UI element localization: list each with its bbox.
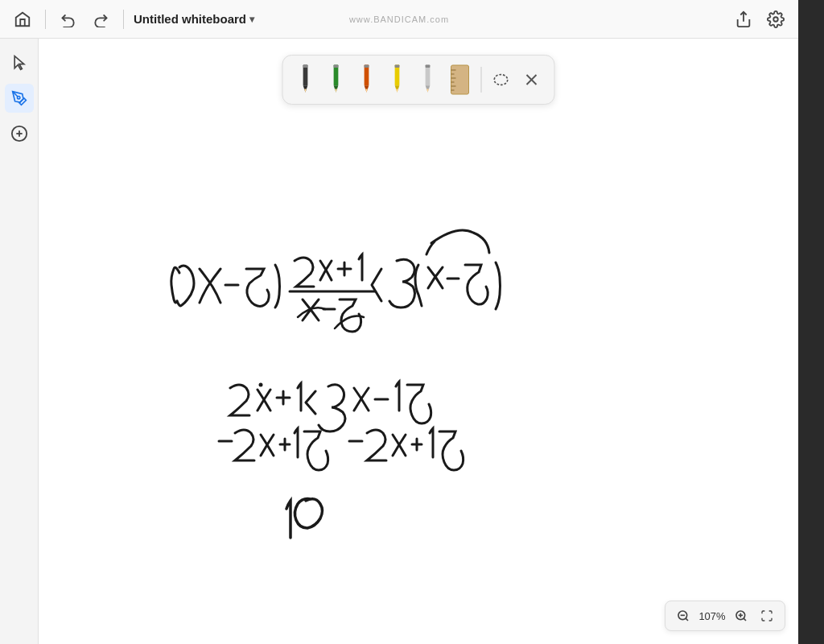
svg-point-1 — [773, 17, 778, 22]
zoom-level-display: 107% — [698, 610, 727, 622]
svg-point-3 — [17, 97, 19, 99]
title-chevron: ▾ — [249, 14, 254, 25]
svg-rect-10 — [303, 64, 308, 68]
watermark: www.BANDICAM.com — [349, 14, 449, 24]
orange-pencil-tool[interactable] — [354, 62, 380, 97]
zoom-controls: 107% — [665, 601, 785, 631]
whiteboard-canvas[interactable]: 107% — [39, 39, 798, 644]
topbar: Untitled whiteboard ▾ www.BANDICAM.com — [0, 0, 798, 39]
svg-rect-14 — [334, 64, 339, 68]
document-title[interactable]: Untitled whiteboard ▾ — [134, 12, 254, 26]
undo-button[interactable] — [56, 6, 81, 32]
divider-2 — [123, 10, 124, 29]
svg-rect-19 — [395, 64, 400, 85]
svg-marker-17 — [365, 89, 368, 92]
share-button[interactable] — [731, 6, 756, 32]
svg-marker-9 — [304, 89, 307, 92]
zoom-in-button[interactable] — [730, 605, 752, 627]
add-tool-button[interactable] — [5, 119, 34, 148]
zoom-out-button[interactable] — [672, 605, 694, 627]
black-pencil-tool[interactable] — [293, 62, 319, 97]
color-palette-toolbar — [282, 55, 555, 105]
yellow-pencil-tool[interactable] — [385, 62, 410, 97]
svg-point-37 — [259, 383, 263, 387]
svg-rect-7 — [303, 64, 308, 85]
redo-button[interactable] — [88, 6, 113, 32]
fit-screen-button[interactable] — [756, 605, 778, 627]
title-text: Untitled whiteboard — [134, 12, 246, 26]
settings-button[interactable] — [763, 6, 789, 32]
lasso-select-button[interactable] — [488, 67, 514, 93]
home-button[interactable] — [10, 6, 35, 32]
pen-tool-button[interactable] — [5, 84, 34, 113]
palette-divider — [481, 67, 482, 93]
svg-marker-25 — [426, 89, 429, 92]
pink-pencil-tool[interactable] — [415, 62, 441, 97]
sidebar — [0, 39, 39, 644]
close-palette-button[interactable] — [519, 67, 545, 93]
svg-rect-22 — [395, 64, 400, 68]
svg-rect-18 — [365, 64, 369, 68]
svg-rect-26 — [426, 64, 431, 68]
svg-rect-11 — [334, 64, 339, 85]
svg-rect-15 — [365, 64, 369, 85]
select-tool-button[interactable] — [5, 48, 34, 77]
svg-line-39 — [686, 618, 688, 621]
svg-marker-2 — [14, 56, 24, 70]
svg-line-42 — [744, 618, 746, 621]
svg-marker-21 — [396, 89, 398, 92]
math-handwriting — [39, 39, 798, 644]
svg-point-34 — [494, 75, 508, 85]
svg-marker-13 — [335, 89, 337, 92]
svg-rect-23 — [426, 64, 431, 85]
ruler-tool[interactable] — [446, 62, 475, 97]
green-pencil-tool[interactable] — [323, 62, 349, 97]
divider-1 — [45, 10, 46, 29]
content-area: 107% — [0, 39, 798, 644]
